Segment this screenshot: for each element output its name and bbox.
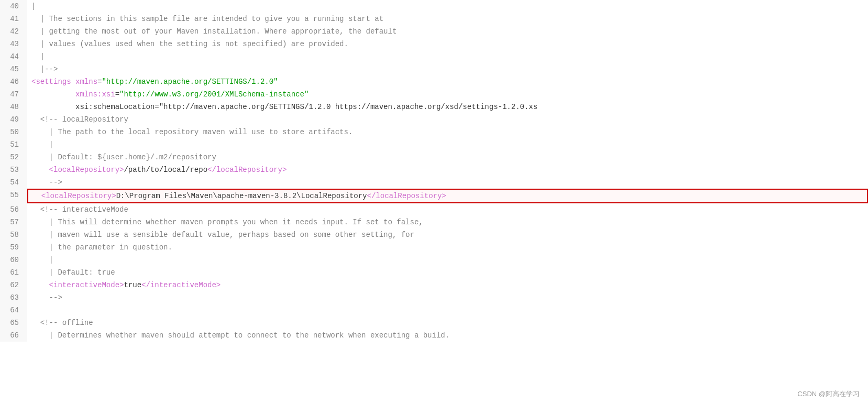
line-number: 47 xyxy=(0,88,27,101)
code-row: 42 | getting the most out of your Maven … xyxy=(0,25,868,38)
line-number: 61 xyxy=(0,266,27,279)
code-content: | Determines whether maven should attemp… xyxy=(27,329,868,342)
line-number: 57 xyxy=(0,216,27,228)
code-content: <!-- interactiveMode xyxy=(27,203,868,216)
code-row: 56 <!-- interactiveMode xyxy=(0,203,868,216)
line-number: 59 xyxy=(0,241,27,254)
code-row: 63 --> xyxy=(0,291,868,304)
code-row: 57 | This will determine whether maven p… xyxy=(0,216,868,228)
line-number: 51 xyxy=(0,138,27,151)
line-number: 49 xyxy=(0,113,27,126)
code-lines: 40|41 | The sections in this sample file… xyxy=(0,0,868,342)
code-content: --> xyxy=(27,291,868,304)
code-content: | maven will use a sensible default valu… xyxy=(27,228,868,241)
code-row: 65 <!-- offline xyxy=(0,317,868,329)
code-content: <interactiveMode>true</interactiveMode> xyxy=(27,279,868,291)
code-row: 51 | xyxy=(0,138,868,151)
code-content: |--> xyxy=(27,63,868,75)
line-number: 65 xyxy=(0,317,27,329)
code-content: | xyxy=(27,0,868,13)
code-editor: 40|41 | The sections in this sample file… xyxy=(0,0,868,403)
line-number: 63 xyxy=(0,291,27,304)
code-row: 45 |--> xyxy=(0,63,868,75)
code-content: <localRepository>/path/to/local/repo</lo… xyxy=(27,164,868,176)
code-row: 48 xsi:schemaLocation="http://maven.apac… xyxy=(0,101,868,113)
line-number: 43 xyxy=(0,38,27,50)
code-row: 53 <localRepository>/path/to/local/repo<… xyxy=(0,164,868,176)
code-row: 62 <interactiveMode>true</interactiveMod… xyxy=(0,279,868,291)
code-row: 60 | xyxy=(0,254,868,266)
line-number: 66 xyxy=(0,329,27,342)
line-number: 45 xyxy=(0,63,27,75)
code-content: | xyxy=(27,254,868,266)
code-row: 44 | xyxy=(0,50,868,63)
line-number: 40 xyxy=(0,0,27,13)
line-number: 60 xyxy=(0,254,27,266)
code-content: | Default: ${user.home}/.m2/repository xyxy=(27,151,868,164)
code-content: | The path to the local repository maven… xyxy=(27,126,868,138)
code-row: 61 | Default: true xyxy=(0,266,868,279)
code-row: 47 xmlns:xsi="http://www.w3.org/2001/XML… xyxy=(0,88,868,101)
code-row: 52 | Default: ${user.home}/.m2/repositor… xyxy=(0,151,868,164)
line-number: 44 xyxy=(0,50,27,63)
line-number: 64 xyxy=(0,304,27,317)
code-content: xmlns:xsi="http://www.w3.org/2001/XMLSch… xyxy=(27,88,868,101)
line-number: 55 xyxy=(0,189,27,203)
line-number: 52 xyxy=(0,151,27,164)
watermark: CSDN @阿高在学习 xyxy=(797,389,860,399)
line-number: 42 xyxy=(0,25,27,38)
code-row: 58 | maven will use a sensible default v… xyxy=(0,228,868,241)
code-content: | xyxy=(27,50,868,63)
code-content: --> xyxy=(27,176,868,189)
code-row: 54 --> xyxy=(0,176,868,189)
code-content xyxy=(27,304,868,317)
code-row: 40| xyxy=(0,0,868,13)
code-content: <!-- localRepository xyxy=(27,113,868,126)
line-number: 41 xyxy=(0,13,27,25)
code-row: 55 <localRepository>D:\Program Files\Mav… xyxy=(0,189,868,203)
line-number: 48 xyxy=(0,101,27,113)
code-content: | values (values used when the setting i… xyxy=(27,38,868,50)
code-row: 46<settings xmlns="http://maven.apache.o… xyxy=(0,75,868,88)
code-row: 41 | The sections in this sample file ar… xyxy=(0,13,868,25)
code-content: | xyxy=(27,138,868,151)
code-content: | Default: true xyxy=(27,266,868,279)
code-content: | the parameter in question. xyxy=(27,241,868,254)
line-number: 58 xyxy=(0,228,27,241)
code-content: <!-- offline xyxy=(27,317,868,329)
code-content: | getting the most out of your Maven ins… xyxy=(27,25,868,38)
code-row: 59 | the parameter in question. xyxy=(0,241,868,254)
line-number: 46 xyxy=(0,75,27,88)
line-number: 54 xyxy=(0,176,27,189)
code-row: 64 xyxy=(0,304,868,317)
code-content: | The sections in this sample file are i… xyxy=(27,13,868,25)
line-number: 62 xyxy=(0,279,27,291)
code-content: <localRepository>D:\Program Files\Maven\… xyxy=(27,189,868,203)
code-content: xsi:schemaLocation="http://maven.apache.… xyxy=(27,101,868,113)
code-content: | This will determine whether maven prom… xyxy=(27,216,868,228)
code-row: 50 | The path to the local repository ma… xyxy=(0,126,868,138)
code-row: 49 <!-- localRepository xyxy=(0,113,868,126)
line-number: 56 xyxy=(0,203,27,216)
code-row: 66 | Determines whether maven should att… xyxy=(0,329,868,342)
code-content: <settings xmlns="http://maven.apache.org… xyxy=(27,75,868,88)
line-number: 53 xyxy=(0,164,27,176)
code-row: 43 | values (values used when the settin… xyxy=(0,38,868,50)
line-number: 50 xyxy=(0,126,27,138)
